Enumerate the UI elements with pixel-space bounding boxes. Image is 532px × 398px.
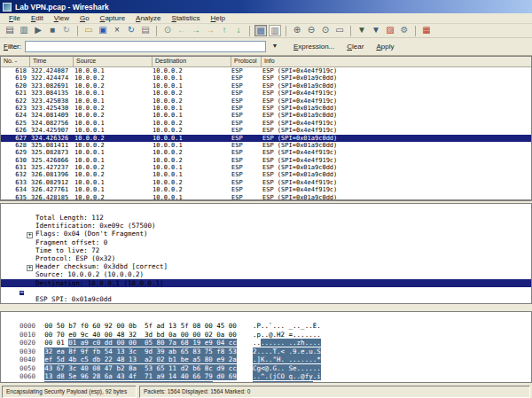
packet-list-rows: 618322.42408710.0.0.110.0.0.2ESPESP (SPI… bbox=[1, 67, 531, 201]
packet-row[interactable]: 626324.42590710.0.0.110.0.0.2ESPESP (SPI… bbox=[1, 127, 531, 134]
toolbar-separator bbox=[249, 26, 250, 36]
clear-button[interactable]: Clear bbox=[347, 43, 364, 51]
menu-view[interactable]: View bbox=[49, 14, 74, 22]
toolbar-icon-print[interactable]: ▤ bbox=[139, 25, 152, 36]
packet-row[interactable]: 625324.08275610.0.0.110.0.0.2ESPESP (SPI… bbox=[1, 120, 531, 127]
toolbar-icon-capture-restart[interactable]: ↻ bbox=[60, 25, 73, 36]
apply-button[interactable]: Apply bbox=[376, 43, 394, 51]
column-header-no[interactable]: No. - bbox=[1, 57, 30, 67]
packet-row[interactable]: 635326.42818510.0.0.210.0.0.1ESPESP (SPI… bbox=[1, 194, 531, 201]
status-packet-counts: Packets: 1564 Displayed: 1564 Marked: 0 bbox=[139, 386, 530, 398]
packet-row[interactable]: 633326.08291210.0.0.110.0.0.2ESPESP (SPI… bbox=[1, 179, 531, 186]
column-header-destination[interactable]: Destination bbox=[153, 57, 231, 67]
toolbar-icon-capture-filter[interactable]: ▼ bbox=[356, 25, 368, 36]
menu-capture[interactable]: Capture bbox=[95, 14, 130, 22]
packet-row[interactable]: 628325.08141110.0.0.210.0.0.1ESPESP (SPI… bbox=[1, 142, 531, 149]
detail-line[interactable]: Total Length: 112 bbox=[1, 206, 531, 214]
toolbar-icon-preferences[interactable]: ⚙ bbox=[398, 25, 411, 36]
packet-list-pane: No. - Time Source Destination Protocol I… bbox=[0, 56, 532, 201]
toolbar-icon-autoscroll-toggle[interactable]: ▥ bbox=[269, 25, 281, 36]
menu-edit[interactable]: Edit bbox=[26, 14, 49, 22]
packet-row[interactable]: 629325.08287310.0.0.110.0.0.2ESPESP (SPI… bbox=[1, 149, 531, 156]
toolbar-icon-resize-columns[interactable]: ▭ bbox=[333, 25, 346, 36]
toolbar-separator bbox=[415, 26, 416, 36]
filter-dropdown-arrow-icon[interactable]: ▼ bbox=[269, 41, 281, 52]
toolbar-icon-help[interactable]: ▦ bbox=[420, 25, 433, 36]
toolbar-icon-coloring-rules[interactable]: ▨ bbox=[384, 25, 396, 36]
menu-statistics[interactable]: Statistics bbox=[167, 14, 206, 22]
packet-row[interactable]: 618322.42408710.0.0.110.0.0.2ESPESP (SPI… bbox=[1, 67, 531, 74]
packet-row[interactable]: 621323.08413510.0.0.110.0.0.2ESPESP (SPI… bbox=[1, 90, 531, 97]
toolbar-icon-zoom-in[interactable]: ⊕ bbox=[291, 25, 303, 36]
toolbar-icon-zoom-out[interactable]: ⊖ bbox=[305, 25, 317, 36]
toolbar-icon-reload[interactable]: ↻ bbox=[125, 25, 137, 36]
menu-analyze[interactable]: Analyze bbox=[130, 14, 166, 22]
hex-row[interactable]: 000000 50 b7 f0 60 92 00 0b 5f ad 13 5f … bbox=[4, 314, 531, 323]
packet-row[interactable]: 630325.42686610.0.0.110.0.0.2ESPESP (SPI… bbox=[1, 157, 531, 164]
window-title: Lab VPN.pcap - Wireshark bbox=[15, 3, 109, 12]
filter-bar: Filter: ▼ Expression... Clear Apply bbox=[0, 38, 532, 56]
status-bar: Encapsulating Security Payload (esp), 92… bbox=[0, 383, 532, 398]
toolbar-icon-capture-start[interactable]: ▶ bbox=[32, 25, 44, 36]
toolbar-icon-open-file[interactable]: ▭ bbox=[82, 25, 95, 36]
toolbar-icon-go-forward[interactable]: → bbox=[190, 25, 202, 36]
pane-separator-bottom[interactable] bbox=[0, 304, 532, 311]
packet-row[interactable]: 631325.42723710.0.0.210.0.0.1ESPESP (SPI… bbox=[1, 164, 531, 171]
main-toolbar: ▤▥▶■↻▭▣×↻▤⊙←→→↑↓▩▥⊕⊖⊙▭▼▼▨⚙▦ bbox=[0, 24, 532, 38]
column-header-info[interactable]: Info bbox=[262, 57, 531, 67]
packet-row[interactable]: 624324.08140910.0.0.210.0.0.1ESPESP (SPI… bbox=[1, 112, 531, 119]
toolbar-separator bbox=[350, 26, 351, 36]
filter-label: Filter: bbox=[4, 43, 21, 51]
menu-help[interactable]: Help bbox=[206, 14, 231, 22]
toolbar-separator bbox=[156, 26, 157, 36]
packet-row[interactable]: 622323.42503810.0.0.110.0.0.2ESPESP (SPI… bbox=[1, 98, 531, 105]
packet-row-selected[interactable]: 627324.42632610.0.0.210.0.0.1ESPESP (SPI… bbox=[1, 135, 531, 142]
toolbar-icon-capture-options[interactable]: ▥ bbox=[18, 25, 30, 36]
packet-row[interactable]: 632326.08139610.0.0.210.0.0.1ESPESP (SPI… bbox=[1, 171, 531, 178]
toolbar-icon-colorize-toggle[interactable]: ▩ bbox=[254, 25, 267, 36]
menu-file[interactable]: File bbox=[4, 14, 26, 22]
menu-go[interactable]: Go bbox=[74, 14, 95, 22]
toolbar-separator bbox=[286, 26, 286, 36]
toolbar-icon-find-packet[interactable]: ⊙ bbox=[161, 25, 174, 36]
title-bar: Lab VPN.pcap - Wireshark bbox=[0, 0, 532, 13]
column-header-source[interactable]: Source bbox=[74, 57, 153, 67]
column-header-protocol[interactable]: Protocol bbox=[231, 57, 262, 67]
toolbar-icon-zoom-100[interactable]: ⊙ bbox=[319, 25, 332, 36]
packet-row[interactable]: 620323.08269110.0.0.210.0.0.1ESPESP (SPI… bbox=[1, 82, 531, 90]
expression-button[interactable]: Expression... bbox=[293, 43, 334, 51]
toolbar-icon-list-interfaces[interactable]: ▤ bbox=[4, 25, 16, 36]
toolbar-icon-go-to-packet[interactable]: → bbox=[204, 25, 216, 36]
toolbar-icon-close-file[interactable]: × bbox=[111, 25, 123, 36]
packet-row[interactable]: 623323.42543010.0.0.210.0.0.1ESPESP (SPI… bbox=[1, 105, 531, 112]
hex-dump-pane: 000000 50 b7 f0 60 92 00 0b 5f ad 13 5f … bbox=[0, 311, 532, 383]
toolbar-icon-capture-stop[interactable]: ■ bbox=[46, 25, 59, 36]
wireshark-app-icon bbox=[3, 3, 12, 12]
packet-list-header: No. - Time Source Destination Protocol I… bbox=[1, 57, 531, 67]
toolbar-icon-save-file[interactable]: ▣ bbox=[97, 25, 109, 36]
packet-row[interactable]: 619322.42447410.0.0.210.0.0.1ESPESP (SPI… bbox=[1, 74, 531, 82]
packet-details-pane: Total Length: 112 Identification: 0xe09c… bbox=[0, 203, 532, 304]
column-header-time[interactable]: Time bbox=[30, 57, 74, 67]
status-field-label: Encapsulating Security Payload (esp), 92… bbox=[2, 386, 137, 398]
menu-bar: FileEditViewGoCaptureAnalyzeStatisticsHe… bbox=[0, 13, 532, 24]
filter-input[interactable] bbox=[25, 41, 266, 52]
toolbar-icon-go-to-bottom[interactable]: ↓ bbox=[232, 25, 245, 36]
packet-row[interactable]: 634326.42776110.0.0.110.0.0.2ESPESP (SPI… bbox=[1, 186, 531, 193]
toolbar-separator bbox=[77, 26, 78, 36]
toolbar-icon-go-to-top[interactable]: ↑ bbox=[218, 25, 231, 36]
toolbar-icon-go-back[interactable]: ← bbox=[176, 25, 188, 36]
toolbar-icon-display-filter[interactable]: ▼ bbox=[370, 25, 382, 36]
